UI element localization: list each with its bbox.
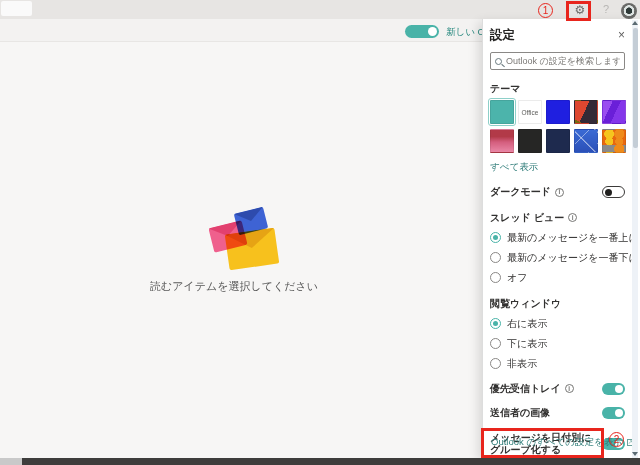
annotation-step-1: 1	[538, 3, 553, 18]
theme-tile-navy[interactable]	[546, 129, 570, 153]
reading-pane-empty-state: 読むアイテムを選択してください	[0, 42, 482, 458]
empty-state-message: 読むアイテムを選択してください	[134, 279, 334, 294]
toggle-knob	[428, 27, 437, 36]
theme-section-label: テーマ	[490, 82, 625, 96]
radio-button	[490, 358, 501, 369]
scrollbar-thumb[interactable]	[633, 28, 638, 148]
settings-panel: 設定 × Outlook の設定を検索します テーマ Office すべて表示 …	[482, 19, 640, 458]
focused-inbox-label: 優先受信トレイ	[490, 383, 561, 396]
theme-tile-blueprint[interactable]	[574, 129, 598, 153]
toggle-knob	[605, 189, 612, 196]
radio-newest-on-bottom[interactable]: 最新のメッセージを一番下に	[490, 251, 625, 265]
radio-hide[interactable]: 非表示	[490, 357, 625, 371]
envelope-yellow-icon	[225, 228, 280, 271]
search-icon	[495, 58, 502, 65]
radio-button	[490, 272, 501, 283]
radio-newest-on-top[interactable]: 最新のメッセージを一番上に	[490, 231, 625, 245]
show-all-link[interactable]: すべて表示	[490, 161, 538, 174]
radio-thread-off[interactable]: オフ	[490, 271, 625, 285]
radio-button	[490, 232, 501, 243]
theme-tile-office[interactable]: Office	[518, 100, 542, 124]
scroll-down-icon[interactable]	[632, 452, 638, 456]
theme-tile-blue[interactable]	[546, 100, 570, 124]
focused-inbox-toggle[interactable]	[602, 383, 625, 395]
radio-button	[490, 252, 501, 263]
theme-tile-sunset-palms[interactable]	[490, 129, 514, 153]
annotation-step-2: 2	[609, 432, 624, 447]
outlook-window: ⚙ ? 新しい Outlook 読むアイテムを選択してください 設定 × Out…	[0, 0, 640, 465]
sender-image-row: 送信者の画像	[490, 407, 625, 420]
theme-tile-black[interactable]	[518, 129, 542, 153]
annotation-highlight-gear	[566, 1, 591, 21]
bottom-bar-segment	[0, 458, 22, 465]
annotation-highlight-all-settings	[481, 428, 604, 458]
toggle-knob	[615, 385, 623, 393]
theme-tile-teal[interactable]	[490, 100, 514, 124]
dark-mode-row: ダークモードi	[490, 186, 625, 199]
theme-tile-lego-bricks[interactable]	[602, 129, 626, 153]
info-icon: i	[565, 384, 574, 393]
help-icon[interactable]: ?	[600, 2, 612, 17]
dark-mode-label: ダークモード	[490, 186, 551, 199]
focused-inbox-row: 優先受信トレイi	[490, 383, 625, 396]
scroll-up-icon[interactable]	[632, 21, 638, 25]
bottom-edge-bar	[0, 458, 640, 465]
account-avatar[interactable]	[621, 3, 637, 19]
theme-tile-purple[interactable]	[602, 100, 626, 124]
search-placeholder: Outlook の設定を検索します	[506, 55, 620, 68]
panel-title: 設定	[490, 27, 515, 44]
reading-pane-label: 閲覧ウィンドウ	[490, 297, 625, 311]
radio-button	[490, 338, 501, 349]
toggle-knob	[615, 409, 623, 417]
panel-scrollbar[interactable]	[632, 20, 638, 458]
radio-button	[490, 318, 501, 329]
theme-tile-dark-geometric[interactable]	[574, 100, 598, 124]
sender-image-label: 送信者の画像	[490, 407, 550, 420]
thread-view-label: スレッド ビューi	[490, 211, 625, 225]
browser-tab-fragment	[1, 1, 32, 16]
command-bar: 新しい Outlook	[0, 19, 482, 42]
new-outlook-toggle[interactable]	[405, 25, 439, 38]
info-icon: i	[568, 213, 577, 222]
sender-image-toggle[interactable]	[602, 407, 625, 419]
info-icon: i	[555, 188, 564, 197]
settings-search-input[interactable]: Outlook の設定を検索します	[490, 52, 625, 70]
close-icon[interactable]: ×	[618, 29, 625, 41]
radio-show-bottom[interactable]: 下に表示	[490, 337, 625, 351]
radio-show-right[interactable]: 右に表示	[490, 317, 625, 331]
theme-grid: Office	[490, 100, 625, 153]
dark-mode-toggle[interactable]	[602, 186, 625, 198]
